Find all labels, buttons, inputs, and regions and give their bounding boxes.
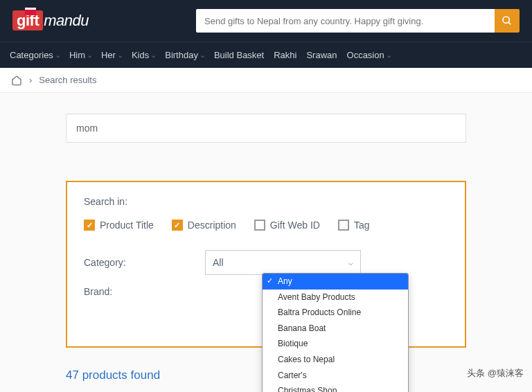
breadcrumb-current: Search results	[39, 75, 96, 85]
checkbox-icon	[172, 220, 183, 231]
checkbox-tag[interactable]: Tag	[338, 220, 370, 231]
brand-option[interactable]: Carter's	[263, 368, 408, 384]
category-label: Category:	[84, 257, 205, 268]
chevron-down-icon: ⌵	[348, 258, 353, 267]
breadcrumb-chevron: ›	[29, 75, 32, 85]
nav-item-build-basket[interactable]: Build Basket	[214, 50, 264, 60]
brand-option[interactable]: Cakes to Nepal	[263, 352, 408, 368]
watermark: 头条 @猿涞客	[467, 367, 524, 380]
site-logo[interactable]: giftmandu	[12, 8, 99, 34]
brand-option[interactable]: Banana Boat	[263, 321, 408, 337]
search-input[interactable]	[196, 9, 495, 33]
nav-item-occasion[interactable]: Occasion ⌵	[347, 50, 391, 60]
brand-option[interactable]: Any	[263, 274, 408, 289]
checkbox-gift-web-id[interactable]: Gift Web ID	[254, 220, 320, 231]
chevron-down-icon: ⌵	[201, 52, 204, 59]
nav-item-srawan[interactable]: Srawan	[306, 50, 337, 60]
brand-label: Brand:	[84, 286, 205, 297]
category-value: All	[213, 257, 224, 268]
nav-item-rakhi[interactable]: Rakhi	[274, 50, 296, 60]
nav-item-birthday[interactable]: Birthday ⌵	[165, 50, 204, 60]
chevron-down-icon: ⌵	[118, 52, 122, 59]
brand-option[interactable]: Christmas Shop	[263, 383, 408, 392]
checkbox-icon	[84, 220, 95, 231]
flag-icon	[25, 8, 36, 15]
search-icon	[502, 15, 513, 26]
chevron-down-icon: ⌵	[152, 52, 155, 59]
nav-item-him[interactable]: Him ⌵	[69, 50, 91, 60]
home-icon[interactable]	[11, 75, 22, 86]
search-query-input[interactable]: mom	[66, 114, 466, 143]
chevron-down-icon: ⌵	[387, 52, 391, 59]
chevron-down-icon: ⌵	[88, 52, 91, 59]
brand-dropdown[interactable]: AnyAvent Baby ProductsBaltra Products On…	[262, 273, 409, 392]
checkbox-description[interactable]: Description	[172, 220, 236, 231]
checkbox-icon	[254, 220, 265, 231]
svg-line-1	[508, 22, 511, 24]
chevron-down-icon: ⌵	[56, 52, 60, 59]
svg-point-0	[503, 17, 509, 23]
search-button[interactable]	[495, 9, 520, 33]
search-in-label: Search in:	[84, 196, 448, 207]
checkbox-product-title[interactable]: Product Title	[84, 220, 154, 231]
brand-option[interactable]: Avent Baby Products	[263, 289, 408, 305]
brand-option[interactable]: Baltra Products Online	[263, 305, 408, 321]
nav-item-categories[interactable]: Categories ⌵	[10, 50, 60, 60]
checkbox-icon	[338, 220, 349, 231]
nav-item-her[interactable]: Her ⌵	[101, 50, 122, 60]
nav-item-kids[interactable]: Kids ⌵	[132, 50, 155, 60]
brand-option[interactable]: Biotique	[263, 336, 408, 352]
category-select[interactable]: All ⌵	[205, 250, 361, 275]
logo-mandu-text: mandu	[44, 12, 89, 29]
